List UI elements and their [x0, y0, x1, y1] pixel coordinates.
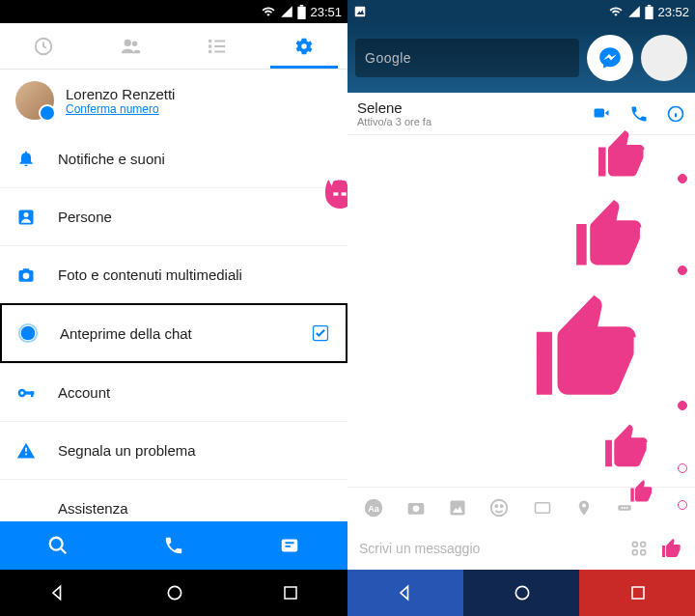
svg-point-17	[20, 391, 23, 394]
text-style-button[interactable]: Aa	[363, 497, 384, 518]
call-button[interactable]	[116, 535, 232, 556]
svg-point-5	[209, 40, 211, 42]
emoji-button[interactable]	[488, 497, 510, 518]
like-sticker	[589, 126, 656, 183]
android-nav-bar	[0, 570, 348, 616]
apps-button[interactable]	[629, 539, 649, 558]
profile-name: Lorenzo Renzetti	[66, 86, 175, 102]
status-bar: 23:52	[348, 0, 695, 23]
video-call-button[interactable]	[591, 104, 612, 124]
nav-home[interactable]	[165, 583, 184, 602]
nav-back[interactable]	[396, 583, 415, 602]
svg-rect-29	[595, 108, 605, 117]
svg-point-11	[23, 272, 30, 279]
send-like-button[interactable]	[660, 537, 683, 560]
svg-rect-26	[355, 7, 366, 17]
row-label: Account	[58, 384, 110, 401]
svg-rect-35	[451, 500, 465, 515]
chat-screen: 23:52 Google Selene Attivo/a 3 ore fa	[348, 0, 695, 616]
svg-point-13	[21, 326, 36, 341]
signal-icon	[280, 5, 293, 18]
svg-rect-0	[298, 6, 306, 18]
svg-text:Aa: Aa	[368, 503, 380, 513]
svg-rect-39	[536, 502, 550, 513]
message-input[interactable]: Scrivi un messaggio	[359, 541, 618, 556]
like-sticker	[565, 193, 656, 275]
row-notifications[interactable]: Notifiche e suoni	[0, 129, 348, 187]
wifi-icon	[608, 5, 624, 18]
row-account[interactable]: Account	[0, 363, 348, 421]
row-label: Segnala un problema	[58, 442, 196, 459]
row-chat-previews[interactable]: Anteprime della chat	[0, 303, 348, 363]
nav-recent[interactable]	[282, 584, 299, 602]
messenger-chat-head[interactable]	[587, 35, 633, 81]
svg-point-22	[168, 586, 181, 599]
svg-point-6	[209, 45, 211, 47]
tab-people[interactable]	[87, 23, 174, 69]
svg-rect-25	[342, 192, 347, 195]
svg-point-48	[515, 586, 528, 599]
svg-point-41	[621, 507, 623, 509]
info-button[interactable]	[666, 104, 685, 124]
nav-back[interactable]	[48, 583, 68, 602]
svg-point-3	[125, 39, 131, 45]
row-label: Foto e contenuti multimediali	[58, 266, 242, 283]
like-sticker	[598, 420, 656, 473]
tab-list[interactable]	[174, 23, 261, 69]
warning-icon	[15, 441, 37, 461]
voice-call-button[interactable]	[629, 104, 649, 124]
svg-point-34	[413, 505, 420, 512]
battery-icon	[645, 5, 653, 19]
profile-row[interactable]: Lorenzo Renzetti Conferma numero	[0, 70, 348, 129]
svg-point-44	[632, 542, 637, 546]
status-time: 23:52	[657, 5, 689, 19]
row-report[interactable]: Segnala un problema	[0, 421, 348, 479]
svg-point-46	[632, 550, 637, 555]
search-button[interactable]	[0, 535, 116, 556]
chat-head-icon	[17, 322, 39, 344]
svg-point-7	[209, 50, 211, 52]
row-label: Anteprime della chat	[60, 325, 192, 342]
compose-bar: Scrivi un messaggio	[348, 527, 695, 570]
svg-rect-27	[646, 6, 653, 18]
row-media[interactable]: Foto e contenuti multimediali	[0, 245, 348, 303]
row-people[interactable]: Persone	[0, 187, 348, 245]
search-hint: Google	[365, 50, 411, 66]
compose-button[interactable]	[232, 535, 348, 556]
svg-point-43	[626, 507, 628, 509]
gallery-button[interactable]	[448, 498, 467, 518]
svg-point-37	[495, 505, 497, 507]
location-button[interactable]	[575, 497, 593, 518]
avatar	[15, 81, 54, 120]
svg-point-20	[50, 538, 63, 550]
tab-recent[interactable]	[0, 23, 87, 69]
gif-button[interactable]	[531, 499, 554, 517]
person-icon	[15, 208, 37, 227]
settings-screen: 23:51 Lorenzo Renzetti Conferma numero N…	[0, 0, 348, 616]
tab-settings[interactable]	[261, 23, 348, 69]
like-sticker	[521, 285, 656, 410]
checkbox-checked[interactable]	[311, 323, 330, 343]
chat-messages-area[interactable]	[348, 135, 695, 487]
svg-point-42	[624, 507, 626, 509]
battery-icon	[297, 5, 306, 19]
svg-point-4	[132, 41, 138, 46]
chat-contact-name: Selene	[357, 99, 431, 116]
nav-home[interactable]	[513, 583, 532, 602]
confirm-number-link[interactable]: Conferma numero	[66, 102, 175, 116]
svg-rect-1	[300, 5, 303, 7]
camera-icon	[15, 266, 37, 285]
bottom-action-bar	[0, 521, 348, 570]
nav-recent[interactable]	[629, 584, 647, 602]
row-label: Assistenza	[58, 500, 128, 517]
google-search-bar[interactable]: Google	[355, 39, 579, 77]
chat-contact-status: Attivo/a 3 ore fa	[357, 116, 431, 127]
chat-head-avatar[interactable]	[641, 35, 687, 81]
sent-indicator	[678, 266, 687, 275]
svg-rect-12	[23, 268, 30, 271]
camera-button[interactable]	[405, 498, 427, 518]
signal-icon	[627, 5, 641, 18]
svg-point-38	[501, 505, 503, 507]
row-help[interactable]: Assistenza	[0, 479, 348, 521]
svg-point-47	[641, 550, 646, 555]
